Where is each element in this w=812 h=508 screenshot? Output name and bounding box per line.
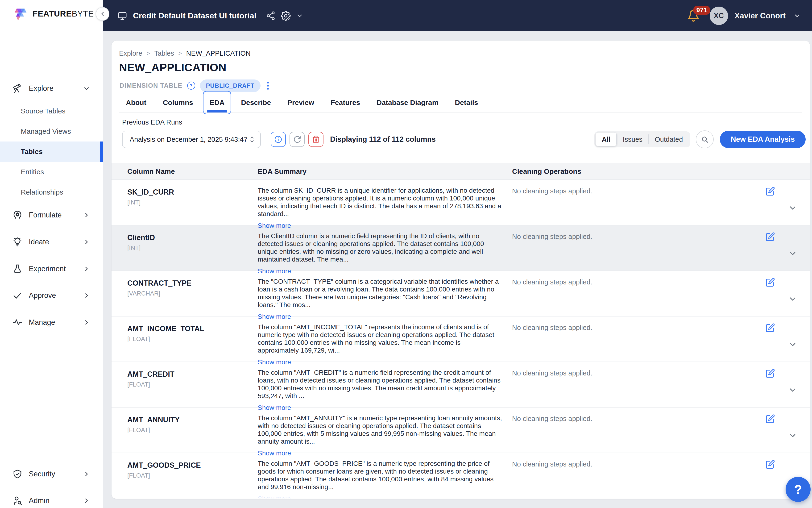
explore-subnav: Source Tables Managed Views Tables Entit… (0, 101, 103, 202)
tabs-divider (119, 113, 802, 113)
chevron-down-icon[interactable] (296, 12, 304, 19)
edit-pencil-icon (766, 414, 775, 424)
help-circle-icon[interactable]: ? (187, 82, 195, 90)
edit-cleaning-button[interactable] (766, 186, 775, 196)
table-row[interactable]: AMT_CREDIT [FLOAT] The column "AMT_CREDI… (111, 362, 810, 408)
filter-segmented-control: All Issues Outdated (594, 131, 690, 147)
search-icon (701, 135, 709, 143)
edit-cleaning-button[interactable] (766, 232, 775, 242)
sidebar-item-label: Admin (29, 497, 49, 505)
table-row[interactable]: SK_ID_CURR [INT] The column SK_ID_CURR i… (111, 180, 810, 225)
sidebar-nav: Explore Source Tables Managed Views Tabl… (0, 78, 103, 333)
eda-summary-text: The column "AMT_INCOME_TOTAL" represents… (258, 323, 502, 354)
edit-cleaning-button[interactable] (766, 278, 775, 287)
table-row[interactable]: AMT_INCOME_TOTAL [FLOAT] The column "AMT… (111, 316, 810, 362)
sidebar-item-ideate[interactable]: Ideate (0, 231, 103, 253)
chevron-right-icon (83, 470, 90, 477)
edit-pencil-icon (766, 323, 775, 333)
column-name: ClientID (127, 234, 258, 242)
new-eda-analysis-button[interactable]: New EDA Analysis (720, 131, 806, 148)
tab-eda[interactable]: EDA (203, 91, 231, 114)
show-more-link[interactable]: Show more (258, 495, 291, 499)
sidebar-collapse-button[interactable] (96, 7, 109, 21)
cleaning-operations-text: No cleaning steps applied. (512, 225, 765, 275)
tab-details[interactable]: Details (448, 91, 485, 114)
sidebar-item-explore[interactable]: Explore (0, 78, 103, 99)
sidebar-item-approve[interactable]: Approve (0, 285, 103, 306)
table-row[interactable]: AMT_GOODS_PRICE [FLOAT] The column "AMT_… (111, 453, 810, 499)
breadcrumb-explore[interactable]: Explore (119, 49, 142, 57)
edit-cleaning-button[interactable] (766, 414, 775, 424)
tab-about[interactable]: About (119, 91, 153, 114)
sidebar-item-relationships[interactable]: Relationships (0, 182, 103, 202)
column-type: [FLOAT] (127, 335, 258, 343)
sidebar-item-source-tables[interactable]: Source Tables (0, 101, 103, 121)
sidebar-item-managed-views[interactable]: Managed Views (0, 121, 103, 141)
row-expand-chevron[interactable] (788, 431, 797, 440)
filter-all[interactable]: All (595, 132, 617, 146)
filter-issues[interactable]: Issues (617, 132, 648, 146)
breadcrumb-separator: > (178, 50, 182, 57)
breadcrumb-separator: > (146, 50, 150, 57)
column-type: [FLOAT] (127, 426, 258, 434)
gear-icon[interactable] (281, 11, 291, 21)
column-type: [INT] (127, 244, 258, 252)
sidebar-item-manage[interactable]: Manage (0, 312, 103, 333)
tab-features[interactable]: Features (324, 91, 367, 114)
run-info-button[interactable] (271, 132, 286, 147)
sidebar-item-entities[interactable]: Entities (0, 162, 103, 182)
sidebar-item-security[interactable]: Security (0, 463, 103, 485)
table-row[interactable]: ClientID [INT] The ClientID column is a … (111, 225, 810, 271)
sidebar-item-formulate[interactable]: Formulate (0, 205, 103, 226)
run-refresh-button[interactable] (289, 132, 305, 147)
chevron-down-icon[interactable] (794, 12, 801, 19)
kebab-menu-icon[interactable] (265, 81, 271, 91)
row-expand-chevron[interactable] (788, 295, 797, 303)
edit-cleaning-button[interactable] (766, 323, 775, 333)
sidebar-item-label: Explore (29, 84, 53, 93)
flask-icon (12, 264, 22, 274)
eda-table-body: SK_ID_CURR [INT] The column SK_ID_CURR i… (111, 180, 810, 499)
edit-pencil-icon (766, 186, 775, 196)
eda-summary-text: The ClientID column is a numeric field r… (258, 232, 502, 263)
sidebar-item-tables[interactable]: Tables (0, 141, 103, 162)
column-name: SK_ID_CURR (127, 188, 258, 197)
help-fab-button[interactable]: ? (785, 477, 811, 502)
cleaning-operations-text: No cleaning steps applied. (512, 271, 765, 321)
column-name: AMT_ANNUITY (127, 416, 258, 424)
cleaning-operations-text: No cleaning steps applied. (512, 408, 765, 457)
user-name[interactable]: Xavier Conort (735, 11, 785, 20)
eda-run-select[interactable]: Analysis on December 1, 2025 9:43:47 AM (122, 131, 261, 148)
tab-columns[interactable]: Columns (156, 91, 200, 114)
edit-cleaning-button[interactable] (766, 369, 775, 378)
cleaning-operations-text: No cleaning steps applied. (512, 316, 765, 366)
sidebar-item-label: Security (29, 470, 55, 478)
notifications-bell-icon[interactable]: 971 (687, 9, 700, 22)
filter-outdated[interactable]: Outdated (648, 132, 689, 146)
trash-icon (312, 135, 320, 143)
column-name: CONTRACT_TYPE (127, 279, 258, 288)
column-type: [INT] (127, 199, 258, 206)
sidebar-item-label: Experiment (29, 265, 66, 273)
avatar[interactable]: XC (710, 7, 728, 25)
search-button[interactable] (696, 130, 714, 149)
row-expand-chevron[interactable] (788, 386, 797, 394)
sidebar-item-admin[interactable]: Admin (0, 490, 103, 508)
row-expand-chevron[interactable] (788, 340, 797, 349)
column-type: [VARCHAR] (127, 290, 258, 297)
row-expand-chevron[interactable] (788, 249, 797, 258)
row-expand-chevron[interactable] (788, 204, 797, 212)
table-row[interactable]: CONTRACT_TYPE [VARCHAR] The "CONTRACT_TY… (111, 271, 810, 316)
breadcrumb: Explore > Tables > NEW_APPLICATION (119, 49, 251, 57)
table-row[interactable]: AMT_ANNUITY [FLOAT] The column "AMT_ANNU… (111, 408, 810, 453)
chevron-down-icon (788, 340, 797, 349)
chevron-right-icon (83, 497, 90, 504)
tab-preview[interactable]: Preview (280, 91, 321, 114)
tab-describe[interactable]: Describe (234, 91, 278, 114)
share-icon[interactable] (266, 11, 276, 21)
tab-database-diagram[interactable]: Database Diagram (370, 91, 445, 114)
run-delete-button[interactable] (308, 132, 323, 147)
breadcrumb-tables[interactable]: Tables (154, 49, 174, 57)
sidebar-item-experiment[interactable]: Experiment (0, 258, 103, 280)
edit-cleaning-button[interactable] (766, 460, 775, 469)
